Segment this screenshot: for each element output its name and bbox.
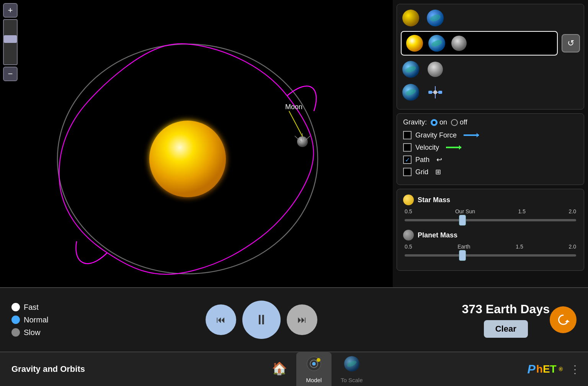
inactive-bodies-row <box>401 8 580 28</box>
star-body[interactable] <box>149 121 226 197</box>
star-mass-max2: 2.0 <box>569 208 576 214</box>
speed-slow-dot <box>11 328 20 337</box>
gravity-force-label: Gravity Force <box>415 131 457 139</box>
star-mass-header: Star Mass <box>403 195 578 205</box>
home-tab[interactable]: 🏠 <box>263 358 296 380</box>
menu-dots[interactable]: ⋮ <box>570 363 580 376</box>
gravity-on-label: on <box>439 118 447 126</box>
clear-button[interactable]: Clear <box>484 320 528 338</box>
star-small-option[interactable] <box>401 8 421 28</box>
earth-option-2[interactable] <box>401 59 421 79</box>
nav-tabs: 🏠 Model To Scale <box>115 352 519 386</box>
speed-slow-label: Slow <box>24 328 40 337</box>
star-mass-max1: 1.5 <box>518 208 526 214</box>
gravity-off-label: off <box>460 118 467 126</box>
path-checkbox[interactable]: ✓ <box>403 155 412 164</box>
velocity-arrow <box>446 147 461 148</box>
earth-small-option[interactable] <box>425 8 445 28</box>
zoom-in-button[interactable]: + <box>3 3 18 18</box>
velocity-row: Velocity <box>403 143 578 152</box>
svg-point-23 <box>433 90 437 94</box>
phet-h: h <box>536 363 543 375</box>
svg-point-28 <box>312 362 315 365</box>
toscale-tab[interactable]: To Scale <box>332 352 372 386</box>
speed-normal-dot <box>11 316 20 324</box>
phet-e: E <box>543 363 550 375</box>
planet-mass-icon <box>403 230 414 240</box>
moon-selected[interactable] <box>450 34 468 52</box>
star-mass-labels: 0.5 Our Sun 1.5 2.0 <box>405 208 576 214</box>
planet-mass-header: Planet Mass <box>403 230 578 240</box>
star-mass-icon <box>403 195 414 205</box>
grid-icon: ⊞ <box>435 168 441 176</box>
speed-fast-label: Fast <box>24 303 39 312</box>
moon-option-2[interactable] <box>425 59 445 79</box>
playback-controls: ⏮ ⏸ ⏭ <box>61 301 462 339</box>
planet-mass-label: Planet Mass <box>418 231 457 239</box>
speed-normal-label: Normal <box>24 316 48 324</box>
model-tab-label: Model <box>306 377 322 383</box>
earth-days-text: 373 Earth Days <box>462 302 550 316</box>
speed-normal-option[interactable]: Normal <box>11 316 50 324</box>
star-mass-section: Star Mass 0.5 Our Sun 1.5 2.0 <box>403 195 578 223</box>
reset-view-button[interactable]: ↺ <box>562 34 580 52</box>
speed-controls: Fast Normal Slow <box>0 299 61 341</box>
app-title: Gravity and Orbits <box>0 364 115 374</box>
path-icon: ↩ <box>436 155 442 164</box>
body-selector: ↺ <box>397 4 584 110</box>
phet-subtitle: ® <box>559 366 563 372</box>
speed-fast-dot <box>11 303 20 311</box>
gravity-force-checkbox[interactable] <box>403 131 412 139</box>
planet-mass-labels: 0.5 Earth 1.5 2.0 <box>405 244 576 250</box>
svg-point-13 <box>451 36 467 51</box>
gravity-force-arrow <box>464 134 479 136</box>
planet-body[interactable] <box>295 133 310 147</box>
home-icon: 🏠 <box>272 361 287 376</box>
pause-button[interactable]: ⏸ <box>242 301 281 339</box>
phet-logo: P hET ® ⋮ <box>519 362 588 376</box>
svg-point-7 <box>402 10 419 26</box>
selected-bodies-row <box>401 31 558 56</box>
gravity-on-option[interactable]: on <box>431 118 447 126</box>
more-bodies-row <box>401 82 580 102</box>
path-row: ✓ Path ↩ <box>403 155 578 164</box>
svg-rect-22 <box>438 91 442 94</box>
mass-panel: Star Mass 0.5 Our Sun 1.5 2.0 Planet Mas… <box>397 189 584 271</box>
zoom-out-button[interactable]: − <box>3 67 18 81</box>
gravity-row: Gravity: on off <box>403 118 578 126</box>
controls-panel: Gravity: on off Gravity Force Velocity <box>397 113 584 185</box>
gravity-off-option[interactable]: off <box>451 118 467 126</box>
svg-marker-24 <box>565 320 570 322</box>
refresh-icon <box>556 313 570 327</box>
satellite-option[interactable] <box>425 82 445 102</box>
svg-point-27 <box>317 358 320 362</box>
refresh-button[interactable] <box>550 306 577 333</box>
grid-checkbox[interactable] <box>403 168 412 176</box>
planet-mass-slider-container: 0.5 Earth 1.5 2.0 <box>403 244 578 258</box>
toscale-icon-img <box>343 355 360 372</box>
gravity-force-row: Gravity Force <box>403 131 578 139</box>
star-mass-slider[interactable] <box>405 219 576 221</box>
planet-mass-max1: 1.5 <box>516 244 523 250</box>
step-forward-button[interactable]: ⏭ <box>287 304 317 335</box>
planet-mass-slider[interactable] <box>405 254 576 257</box>
phet-t: T <box>550 363 557 375</box>
bottom-nav: Gravity and Orbits 🏠 Model <box>0 352 588 386</box>
speed-fast-option[interactable]: Fast <box>11 303 50 312</box>
earth-option-3[interactable] <box>401 82 421 102</box>
model-tab[interactable]: Model <box>296 352 332 386</box>
path-label: Path <box>415 156 430 164</box>
phet-p: P <box>527 362 535 376</box>
planet-mass-mid: Earth <box>457 244 470 250</box>
zoom-slider[interactable] <box>3 19 18 65</box>
time-display: 373 Earth Days Clear <box>462 302 550 338</box>
bottom-bar: Fast Normal Slow ⏮ ⏸ ⏭ 373 Earth Days Cl… <box>0 287 588 352</box>
sun-selected[interactable] <box>405 34 424 52</box>
rewind-button[interactable]: ⏮ <box>206 304 236 335</box>
svg-point-16 <box>428 62 443 77</box>
planet-mass-min: 0.5 <box>405 244 412 250</box>
velocity-checkbox[interactable] <box>403 143 412 152</box>
earth-selected[interactable] <box>428 34 446 52</box>
right-panel: ↺ <box>393 0 588 322</box>
speed-slow-option[interactable]: Slow <box>11 328 50 337</box>
